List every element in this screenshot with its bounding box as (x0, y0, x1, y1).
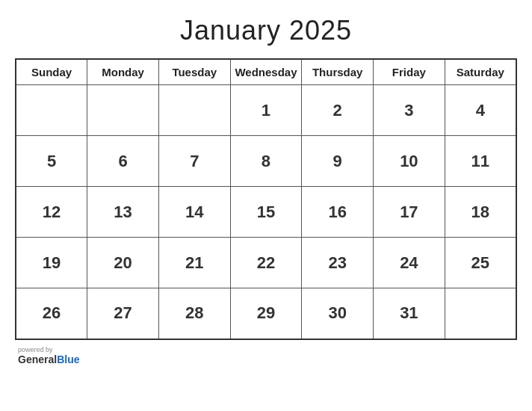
calendar-day-28: 28 (158, 288, 230, 339)
calendar-table: SundayMondayTuesdayWednesdayThursdayFrid… (15, 58, 517, 340)
day-header-tuesday: Tuesday (158, 59, 230, 85)
calendar-day-15: 15 (230, 187, 302, 238)
day-header-saturday: Saturday (445, 59, 516, 85)
calendar-day-empty (87, 85, 159, 136)
days-header-row: SundayMondayTuesdayWednesdayThursdayFrid… (16, 59, 516, 85)
calendar-day-empty (158, 85, 230, 136)
calendar-day-18: 18 (445, 187, 516, 238)
calendar-day-22: 22 (230, 238, 302, 288)
calendar-day-29: 29 (230, 288, 302, 339)
calendar-day-17: 17 (374, 187, 445, 238)
calendar-day-14: 14 (158, 187, 230, 238)
calendar-day-6: 6 (87, 136, 159, 187)
calendar-day-11: 11 (445, 136, 516, 187)
day-header-thursday: Thursday (302, 59, 374, 85)
calendar-day-2: 2 (302, 85, 374, 136)
calendar-day-25: 25 (445, 238, 516, 288)
brand-text: GeneralBlue (18, 353, 517, 365)
calendar-body: 1234567891011121314151617181920212223242… (16, 85, 516, 339)
calendar-week-row: 12131415161718 (16, 187, 516, 238)
calendar-title: January 2025 (180, 15, 352, 46)
calendar-day-30: 30 (302, 288, 374, 339)
calendar-day-21: 21 (158, 238, 230, 288)
calendar-day-empty (16, 85, 87, 136)
calendar-day-24: 24 (374, 238, 445, 288)
brand-blue: Blue (57, 353, 79, 365)
calendar-day-27: 27 (87, 288, 159, 339)
calendar-week-row: 567891011 (16, 136, 516, 187)
day-header-sunday: Sunday (16, 59, 87, 85)
calendar-day-10: 10 (374, 136, 445, 187)
calendar-week-row: 1234 (16, 85, 516, 136)
day-header-wednesday: Wednesday (230, 59, 302, 85)
calendar-day-23: 23 (302, 238, 374, 288)
calendar-day-13: 13 (87, 187, 159, 238)
calendar-week-row: 262728293031 (16, 288, 516, 339)
day-header-friday: Friday (374, 59, 445, 85)
calendar-day-9: 9 (302, 136, 374, 187)
calendar-day-16: 16 (302, 187, 374, 238)
calendar-day-5: 5 (16, 136, 87, 187)
calendar-day-19: 19 (16, 238, 87, 288)
calendar-day-7: 7 (158, 136, 230, 187)
calendar-day-20: 20 (87, 238, 159, 288)
calendar-day-26: 26 (16, 288, 87, 339)
day-header-monday: Monday (87, 59, 159, 85)
powered-by-text: powered by (18, 346, 517, 353)
calendar-day-1: 1 (230, 85, 302, 136)
brand-general: General (18, 353, 57, 365)
calendar-day-empty (445, 288, 516, 339)
footer: powered by GeneralBlue (15, 346, 517, 365)
calendar-day-12: 12 (16, 187, 87, 238)
calendar-day-31: 31 (374, 288, 445, 339)
calendar-day-3: 3 (374, 85, 445, 136)
calendar-day-4: 4 (445, 85, 516, 136)
calendar-week-row: 19202122232425 (16, 238, 516, 288)
calendar-day-8: 8 (230, 136, 302, 187)
